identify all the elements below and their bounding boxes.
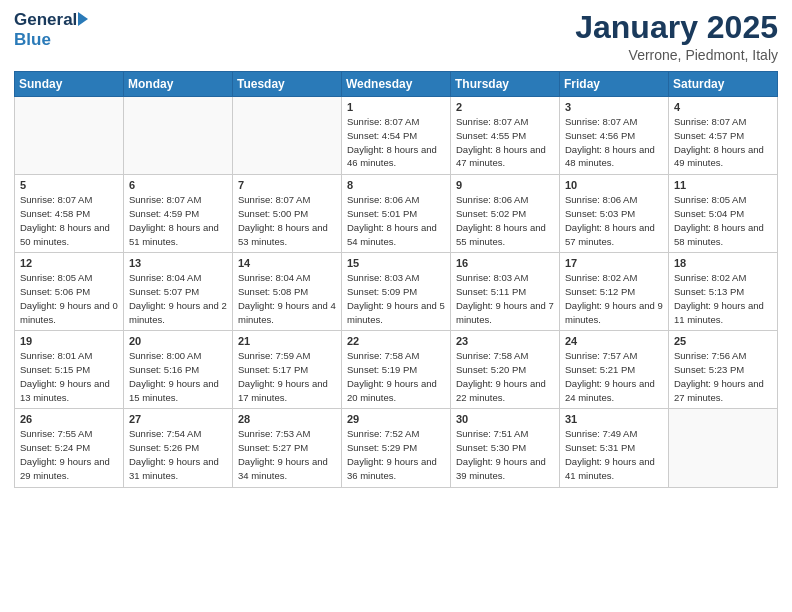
table-row: 4Sunrise: 8:07 AM Sunset: 4:57 PM Daylig… [669,97,778,175]
cell-content: Sunrise: 8:03 AM Sunset: 5:11 PM Dayligh… [456,271,554,326]
cell-content: Sunrise: 8:02 AM Sunset: 5:13 PM Dayligh… [674,271,772,326]
day-number: 12 [20,257,118,269]
day-number: 29 [347,413,445,425]
cell-content: Sunrise: 8:06 AM Sunset: 5:03 PM Dayligh… [565,193,663,248]
location: Verrone, Piedmont, Italy [575,47,778,63]
cell-content: Sunrise: 8:06 AM Sunset: 5:01 PM Dayligh… [347,193,445,248]
calendar-header-saturday: Saturday [669,72,778,97]
day-number: 30 [456,413,554,425]
table-row: 6Sunrise: 8:07 AM Sunset: 4:59 PM Daylig… [124,175,233,253]
cell-content: Sunrise: 8:06 AM Sunset: 5:02 PM Dayligh… [456,193,554,248]
table-row: 14Sunrise: 8:04 AM Sunset: 5:08 PM Dayli… [233,253,342,331]
table-row: 23Sunrise: 7:58 AM Sunset: 5:20 PM Dayli… [451,331,560,409]
calendar-header-wednesday: Wednesday [342,72,451,97]
calendar: SundayMondayTuesdayWednesdayThursdayFrid… [14,71,778,487]
table-row [15,97,124,175]
table-row: 31Sunrise: 7:49 AM Sunset: 5:31 PM Dayli… [560,409,669,487]
logo-triangle-icon [78,12,88,26]
calendar-header-thursday: Thursday [451,72,560,97]
day-number: 16 [456,257,554,269]
logo-blue-text: Blue [14,30,51,50]
cell-content: Sunrise: 8:07 AM Sunset: 4:56 PM Dayligh… [565,115,663,170]
calendar-week-4: 19Sunrise: 8:01 AM Sunset: 5:15 PM Dayli… [15,331,778,409]
page: General Blue January 2025 Verrone, Piedm… [0,0,792,612]
table-row: 25Sunrise: 7:56 AM Sunset: 5:23 PM Dayli… [669,331,778,409]
table-row: 16Sunrise: 8:03 AM Sunset: 5:11 PM Dayli… [451,253,560,331]
cell-content: Sunrise: 8:05 AM Sunset: 5:06 PM Dayligh… [20,271,118,326]
calendar-header-sunday: Sunday [15,72,124,97]
day-number: 7 [238,179,336,191]
cell-content: Sunrise: 7:53 AM Sunset: 5:27 PM Dayligh… [238,427,336,482]
day-number: 28 [238,413,336,425]
logo: General Blue [14,10,88,50]
table-row: 22Sunrise: 7:58 AM Sunset: 5:19 PM Dayli… [342,331,451,409]
day-number: 26 [20,413,118,425]
day-number: 13 [129,257,227,269]
table-row: 15Sunrise: 8:03 AM Sunset: 5:09 PM Dayli… [342,253,451,331]
table-row: 13Sunrise: 8:04 AM Sunset: 5:07 PM Dayli… [124,253,233,331]
table-row: 27Sunrise: 7:54 AM Sunset: 5:26 PM Dayli… [124,409,233,487]
table-row: 19Sunrise: 8:01 AM Sunset: 5:15 PM Dayli… [15,331,124,409]
day-number: 3 [565,101,663,113]
day-number: 1 [347,101,445,113]
table-row [124,97,233,175]
table-row: 5Sunrise: 8:07 AM Sunset: 4:58 PM Daylig… [15,175,124,253]
day-number: 19 [20,335,118,347]
day-number: 14 [238,257,336,269]
cell-content: Sunrise: 8:04 AM Sunset: 5:08 PM Dayligh… [238,271,336,326]
day-number: 10 [565,179,663,191]
day-number: 20 [129,335,227,347]
cell-content: Sunrise: 7:56 AM Sunset: 5:23 PM Dayligh… [674,349,772,404]
day-number: 18 [674,257,772,269]
day-number: 15 [347,257,445,269]
day-number: 11 [674,179,772,191]
calendar-week-1: 1Sunrise: 8:07 AM Sunset: 4:54 PM Daylig… [15,97,778,175]
table-row: 30Sunrise: 7:51 AM Sunset: 5:30 PM Dayli… [451,409,560,487]
title-area: January 2025 Verrone, Piedmont, Italy [575,10,778,63]
cell-content: Sunrise: 8:07 AM Sunset: 4:57 PM Dayligh… [674,115,772,170]
day-number: 9 [456,179,554,191]
table-row: 17Sunrise: 8:02 AM Sunset: 5:12 PM Dayli… [560,253,669,331]
cell-content: Sunrise: 7:52 AM Sunset: 5:29 PM Dayligh… [347,427,445,482]
cell-content: Sunrise: 8:01 AM Sunset: 5:15 PM Dayligh… [20,349,118,404]
table-row: 12Sunrise: 8:05 AM Sunset: 5:06 PM Dayli… [15,253,124,331]
cell-content: Sunrise: 8:07 AM Sunset: 4:54 PM Dayligh… [347,115,445,170]
day-number: 8 [347,179,445,191]
calendar-header-monday: Monday [124,72,233,97]
table-row: 28Sunrise: 7:53 AM Sunset: 5:27 PM Dayli… [233,409,342,487]
cell-content: Sunrise: 7:55 AM Sunset: 5:24 PM Dayligh… [20,427,118,482]
cell-content: Sunrise: 8:03 AM Sunset: 5:09 PM Dayligh… [347,271,445,326]
day-number: 5 [20,179,118,191]
day-number: 25 [674,335,772,347]
day-number: 24 [565,335,663,347]
table-row: 20Sunrise: 8:00 AM Sunset: 5:16 PM Dayli… [124,331,233,409]
cell-content: Sunrise: 8:07 AM Sunset: 4:59 PM Dayligh… [129,193,227,248]
cell-content: Sunrise: 8:05 AM Sunset: 5:04 PM Dayligh… [674,193,772,248]
calendar-week-3: 12Sunrise: 8:05 AM Sunset: 5:06 PM Dayli… [15,253,778,331]
cell-content: Sunrise: 8:02 AM Sunset: 5:12 PM Dayligh… [565,271,663,326]
day-number: 2 [456,101,554,113]
day-number: 22 [347,335,445,347]
table-row [669,409,778,487]
cell-content: Sunrise: 7:58 AM Sunset: 5:20 PM Dayligh… [456,349,554,404]
cell-content: Sunrise: 7:51 AM Sunset: 5:30 PM Dayligh… [456,427,554,482]
table-row: 1Sunrise: 8:07 AM Sunset: 4:54 PM Daylig… [342,97,451,175]
cell-content: Sunrise: 7:49 AM Sunset: 5:31 PM Dayligh… [565,427,663,482]
cell-content: Sunrise: 8:07 AM Sunset: 4:58 PM Dayligh… [20,193,118,248]
table-row: 3Sunrise: 8:07 AM Sunset: 4:56 PM Daylig… [560,97,669,175]
table-row: 26Sunrise: 7:55 AM Sunset: 5:24 PM Dayli… [15,409,124,487]
cell-content: Sunrise: 7:54 AM Sunset: 5:26 PM Dayligh… [129,427,227,482]
header: General Blue January 2025 Verrone, Piedm… [14,10,778,63]
table-row: 29Sunrise: 7:52 AM Sunset: 5:29 PM Dayli… [342,409,451,487]
day-number: 27 [129,413,227,425]
table-row [233,97,342,175]
calendar-week-5: 26Sunrise: 7:55 AM Sunset: 5:24 PM Dayli… [15,409,778,487]
table-row: 11Sunrise: 8:05 AM Sunset: 5:04 PM Dayli… [669,175,778,253]
day-number: 4 [674,101,772,113]
table-row: 18Sunrise: 8:02 AM Sunset: 5:13 PM Dayli… [669,253,778,331]
logo-general-text: General [14,10,77,30]
table-row: 2Sunrise: 8:07 AM Sunset: 4:55 PM Daylig… [451,97,560,175]
calendar-header-row: SundayMondayTuesdayWednesdayThursdayFrid… [15,72,778,97]
table-row: 7Sunrise: 8:07 AM Sunset: 5:00 PM Daylig… [233,175,342,253]
cell-content: Sunrise: 8:07 AM Sunset: 5:00 PM Dayligh… [238,193,336,248]
